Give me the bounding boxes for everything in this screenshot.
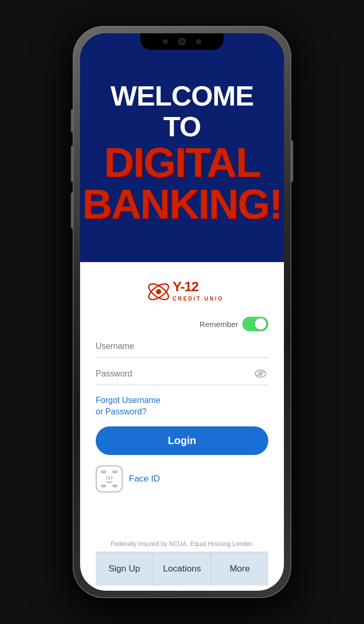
- screen-content: WELCOME TO DIGITAL BANKING! Y-12 CREDIT …: [80, 33, 284, 591]
- login-section: Y-12 CREDIT UNION Remember: [80, 262, 284, 591]
- y12-logo: Y-12 CREDIT UNION: [140, 278, 224, 306]
- svg-rect-8: [101, 471, 106, 473]
- welcome-text: WELCOME TO: [90, 81, 274, 142]
- notch-dot-right: [196, 39, 201, 44]
- phone-screen: WELCOME TO DIGITAL BANKING! Y-12 CREDIT …: [80, 33, 284, 591]
- face-id-label[interactable]: Face ID: [129, 474, 160, 484]
- face-id-row: Face ID: [96, 465, 268, 492]
- username-input[interactable]: [96, 335, 268, 358]
- svg-text:CREDIT UNION: CREDIT UNION: [173, 296, 224, 302]
- power-button: [291, 140, 293, 182]
- digital-text: DIGITAL: [104, 142, 260, 184]
- username-wrapper: [96, 335, 268, 359]
- banking-text: BANKING!: [82, 184, 282, 225]
- remember-label: Remember: [200, 320, 238, 329]
- svg-rect-10: [101, 485, 106, 487]
- password-input[interactable]: [96, 363, 268, 385]
- svg-rect-9: [113, 471, 117, 473]
- svg-text:Y-12: Y-12: [173, 279, 199, 294]
- svg-point-2: [156, 289, 161, 294]
- remember-toggle[interactable]: [242, 317, 268, 331]
- svg-rect-11: [113, 485, 117, 487]
- show-password-icon[interactable]: [255, 368, 266, 380]
- remember-row: Remember: [96, 317, 268, 331]
- notch-dot-left: [163, 39, 168, 44]
- logo-area: Y-12 CREDIT UNION: [96, 272, 268, 306]
- nav-locations[interactable]: Locations: [153, 552, 211, 586]
- ncua-disclaimer: Federally Insured by NCUA. Equal Housing…: [96, 535, 268, 552]
- nav-signup[interactable]: Sign Up: [96, 552, 153, 586]
- password-wrapper: [96, 363, 268, 385]
- mute-button: [71, 109, 73, 133]
- front-camera: [178, 38, 186, 45]
- face-id-icon[interactable]: [96, 465, 123, 492]
- toggle-knob: [255, 318, 266, 330]
- forgot-link[interactable]: Forgot Username or Password?: [96, 395, 268, 418]
- notch: [140, 33, 224, 50]
- volume-down-button: [71, 192, 73, 229]
- phone-frame: WELCOME TO DIGITAL BANKING! Y-12 CREDIT …: [73, 26, 291, 598]
- volume-up-button: [71, 146, 73, 182]
- bottom-nav: Sign Up Locations More: [96, 552, 268, 586]
- hero-banner: WELCOME TO DIGITAL BANKING!: [80, 33, 284, 262]
- nav-more[interactable]: More: [211, 552, 268, 586]
- login-button[interactable]: Login: [96, 426, 268, 455]
